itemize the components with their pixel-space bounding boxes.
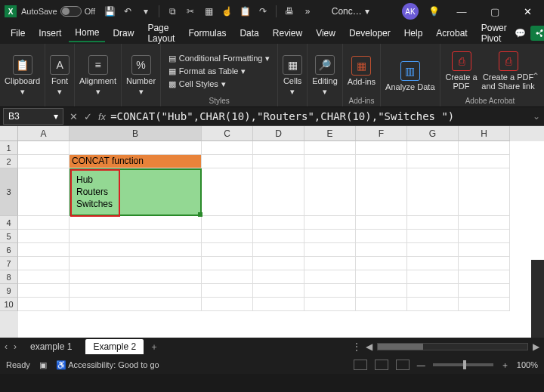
lightbulb-icon[interactable]: 💡 [429, 6, 440, 17]
vertical-scrollbar[interactable] [531, 260, 544, 338]
zoom-in-icon[interactable]: ＋ [501, 360, 509, 371]
tab-file[interactable]: File [5, 25, 31, 42]
close-button[interactable]: ✕ [517, 6, 539, 17]
paste-icon[interactable]: 📋 [240, 6, 250, 17]
maximize-button[interactable]: ▢ [484, 6, 506, 17]
print-icon[interactable]: 🖶 [284, 6, 295, 17]
cell-styles-button[interactable]: ▩Cell Styles▾ [168, 79, 270, 89]
zoom-out-icon[interactable]: — [417, 360, 425, 369]
tab-review[interactable]: Review [267, 25, 308, 42]
tab-draw[interactable]: Draw [107, 25, 140, 42]
col-header-g[interactable]: G [407, 126, 459, 141]
page-layout-view-button[interactable] [375, 360, 388, 370]
add-sheet-icon[interactable]: ＋ [150, 341, 159, 353]
user-avatar[interactable]: AK [402, 3, 419, 20]
pdf-icon: ⎙ [452, 51, 471, 71]
row-header-10[interactable]: 10 [0, 298, 18, 311]
col-header-c[interactable]: C [202, 126, 253, 141]
copy-icon[interactable]: ⧉ [167, 6, 178, 17]
macro-record-icon[interactable]: ▣ [39, 360, 47, 370]
tab-insert[interactable]: Insert [32, 25, 67, 42]
merge-icon[interactable]: ▦ [203, 6, 214, 17]
cells-button[interactable]: ▦Cells▾ [283, 55, 302, 97]
normal-view-button[interactable] [354, 360, 367, 370]
tab-acrobat[interactable]: Acrobat [430, 25, 473, 42]
col-header-h[interactable]: H [459, 126, 510, 141]
tab-menu-icon[interactable]: ⋮ [352, 341, 361, 352]
tab-developer[interactable]: Developer [343, 25, 397, 42]
prev-sheet-icon[interactable]: ‹ [5, 341, 8, 352]
tab-home[interactable]: Home [69, 24, 105, 42]
zoom-slider[interactable] [433, 363, 493, 366]
tab-data[interactable]: Data [233, 25, 264, 42]
row-header-9[interactable]: 9 [0, 284, 18, 298]
touch-icon[interactable]: ☝ [221, 6, 232, 17]
sheet-tab-2[interactable]: Example 2 [85, 339, 144, 354]
row-header-8[interactable]: 8 [0, 270, 18, 284]
row-header-4[interactable]: 4 [0, 216, 18, 230]
row-header-1[interactable]: 1 [0, 141, 18, 155]
cell-b3-selected[interactable]: HubRoutersSwitches [70, 168, 202, 216]
name-box[interactable]: B3 ▾ [3, 108, 63, 125]
row-header-3[interactable]: 3 [0, 168, 18, 216]
alignment-button[interactable]: ≡Alignment▾ [79, 55, 116, 97]
scroll-left-icon[interactable]: ◀ [366, 341, 372, 352]
tab-formulas[interactable]: Formulas [182, 25, 232, 42]
sheet-tab-1[interactable]: example 1 [23, 339, 79, 354]
zoom-level[interactable]: 100% [517, 360, 538, 369]
number-icon: % [131, 55, 151, 75]
formula-input[interactable]: =CONCAT("Hub",CHAR(10),"Routers",CHAR(10… [106, 110, 529, 122]
scroll-right-icon[interactable]: ▶ [533, 341, 539, 352]
next-sheet-icon[interactable]: › [14, 341, 17, 352]
col-header-f[interactable]: F [356, 126, 407, 141]
number-button[interactable]: %Number▾ [126, 55, 156, 97]
col-header-d[interactable]: D [253, 126, 304, 141]
autosave-toggle[interactable] [60, 6, 82, 17]
row-header-6[interactable]: 6 [0, 243, 18, 257]
fill-handle[interactable] [198, 212, 202, 217]
cancel-formula-icon[interactable]: ✕ [70, 111, 78, 122]
page-break-view-button[interactable] [396, 360, 410, 370]
enter-formula-icon[interactable]: ✓ [84, 111, 92, 122]
autosave[interactable]: AutoSave Off [21, 6, 95, 17]
document-title[interactable]: Conc… ▾ [332, 6, 369, 17]
expand-formula-icon[interactable]: ⌄ [529, 111, 544, 122]
collapse-ribbon-icon[interactable]: ⌃ [532, 71, 539, 82]
horizontal-scrollbar[interactable] [377, 343, 528, 350]
row-header-7[interactable]: 7 [0, 257, 18, 270]
create-pdf-button[interactable]: ⎙Create a PDF [445, 51, 478, 91]
analyze-button[interactable]: ▥Analyze Data [385, 61, 434, 91]
cell-styles-icon: ▩ [168, 79, 176, 89]
tab-view[interactable]: View [310, 25, 342, 42]
share-button[interactable] [530, 26, 544, 41]
row-header-2[interactable]: 2 [0, 155, 18, 168]
group-number: %Number▾ [122, 44, 161, 106]
conditional-formatting-button[interactable]: ▤Conditional Formatting▾ [168, 54, 270, 63]
addins-button[interactable]: ▦Add-ins [348, 56, 376, 86]
save-icon[interactable]: 💾 [104, 6, 115, 17]
select-all-corner[interactable] [0, 126, 18, 141]
font-button[interactable]: AFont▾ [50, 55, 70, 97]
worksheet-grid[interactable]: 1 2 3 4 5 6 7 8 9 10 A B C D E F G H CON… [0, 126, 544, 338]
redo-chevron-icon[interactable]: ▾ [141, 6, 151, 17]
clipboard-button[interactable]: 📋Clipboard▾ [5, 55, 40, 97]
accessibility-status[interactable]: ♿ Accessibility: Good to go [56, 360, 159, 370]
minimize-button[interactable]: — [450, 6, 473, 17]
redo-icon[interactable]: ↷ [258, 6, 268, 17]
editing-button[interactable]: 🔎Editing▾ [312, 55, 338, 97]
undo-icon[interactable]: ↶ [122, 6, 133, 17]
tab-power-pivot[interactable]: Power Pivot [475, 20, 513, 47]
col-header-e[interactable]: E [304, 126, 356, 141]
cell-b2[interactable]: CONCAT function [70, 155, 202, 168]
cut-icon[interactable]: ✂ [185, 6, 196, 17]
fx-icon[interactable]: fx [98, 111, 106, 122]
tab-page-layout[interactable]: Page Layout [141, 20, 181, 47]
comments-icon[interactable]: 💬 [515, 28, 526, 39]
create-share-button[interactable]: ⎙Create a PDF and Share link [481, 51, 536, 91]
col-header-b[interactable]: B [70, 126, 202, 141]
col-header-a[interactable]: A [18, 126, 70, 141]
more-icon[interactable]: » [302, 6, 313, 17]
format-as-table-button[interactable]: ▦Format as Table▾ [168, 66, 270, 76]
row-header-5[interactable]: 5 [0, 230, 18, 243]
tab-help[interactable]: Help [398, 25, 429, 42]
